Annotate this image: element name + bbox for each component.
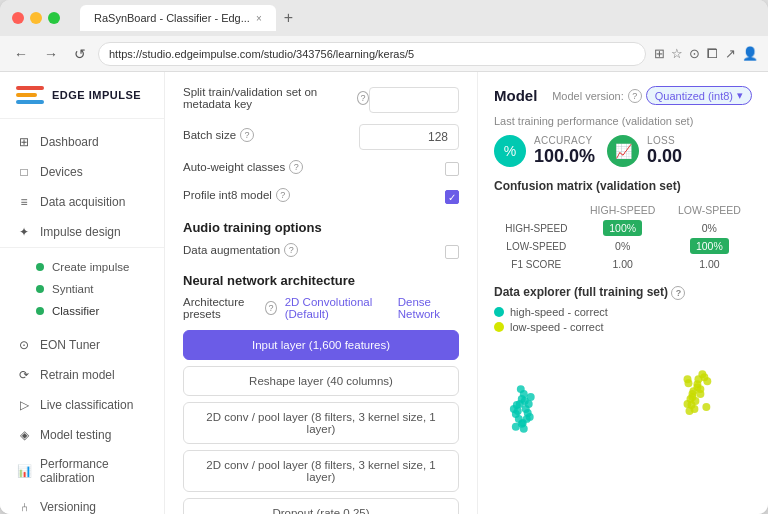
sidebar-item-devices[interactable]: □ Devices [0, 157, 164, 187]
sidebar-item-dashboard[interactable]: ⊞ Dashboard [0, 127, 164, 157]
data-explorer: Data explorer (full training set) ? high… [494, 285, 752, 469]
sidebar-item-data-acquisition[interactable]: ≡ Data acquisition [0, 187, 164, 217]
profile-int8-row: Profile int8 model ? ✓ [183, 188, 459, 206]
download-icon[interactable]: ⊙ [689, 46, 700, 61]
arch-presets-label: Architecture presets ? [183, 296, 277, 320]
loss-icon: 📈 [607, 135, 639, 167]
address-bar[interactable]: https://studio.edgeimpulse.com/studio/34… [98, 42, 646, 66]
conf-low-speed-header: LOW-SPEED [667, 201, 752, 219]
bookmark-icon[interactable]: ☆ [671, 46, 683, 61]
batch-size-input[interactable] [359, 124, 459, 150]
conf-row-low-speed: LOW-SPEED 0% 100% [494, 237, 752, 255]
auto-weight-row: Auto-weight classes ? [183, 160, 459, 178]
browser-toolbar: ← → ↺ https://studio.edgeimpulse.com/stu… [0, 36, 768, 72]
profile-icon[interactable]: 👤 [742, 46, 758, 61]
profile-int8-info-icon[interactable]: ? [276, 188, 290, 202]
sidebar-item-label: Devices [40, 165, 83, 179]
sidebar-item-performance-calibration[interactable]: 📊 Performance calibration [0, 450, 164, 492]
logo-line-3 [16, 100, 44, 104]
de-info-icon[interactable]: ? [671, 286, 685, 300]
svg-point-13 [512, 423, 520, 431]
sidebar-item-label: Model testing [40, 428, 111, 442]
conf-f1-high: 1.00 [579, 255, 667, 273]
svg-point-37 [689, 387, 697, 395]
perf-label: Last training performance (validation se… [494, 115, 752, 127]
dropout-layer-button[interactable]: Dropout (rate 0.25) [183, 498, 459, 514]
maximize-button[interactable] [48, 12, 60, 24]
accuracy-value: 100.0% [534, 146, 595, 167]
refresh-button[interactable]: ↺ [70, 44, 90, 64]
nn-arch-title: Neural network architecture [183, 273, 459, 288]
extensions-icon[interactable]: ⧠ [706, 46, 719, 61]
input-layer-button[interactable]: Input layer (1,600 features) [183, 330, 459, 360]
reader-icon[interactable]: ⊞ [654, 46, 665, 61]
split-row: Split train/validation set on metadata k… [183, 86, 459, 114]
sidebar-item-versioning[interactable]: ⑃ Versioning [0, 492, 164, 514]
accuracy-label: ACCURACY [534, 135, 595, 146]
sidebar-item-label: Live classification [40, 398, 133, 412]
split-input[interactable] [369, 87, 459, 113]
sidebar-sub-classifier[interactable]: Classifier [0, 300, 164, 322]
data-icon: ≡ [16, 194, 32, 210]
batch-info-icon[interactable]: ? [240, 128, 254, 142]
minimize-button[interactable] [30, 12, 42, 24]
conf-high-speed-header: HIGH-SPEED [579, 201, 667, 219]
loss-value: 0.00 [647, 146, 682, 167]
sidebar-sub-create-impulse[interactable]: Create impulse [0, 256, 164, 278]
preset-2d-link[interactable]: 2D Convolutional (Default) [285, 296, 390, 320]
auto-weight-checkbox[interactable] [445, 162, 459, 176]
devices-icon: □ [16, 164, 32, 180]
sub-label: Syntiant [52, 283, 94, 295]
data-aug-info-icon[interactable]: ? [284, 243, 298, 257]
legend-dot-low [494, 322, 504, 332]
sidebar-sub-syntiant[interactable]: Syntiant [0, 278, 164, 300]
auto-weight-info-icon[interactable]: ? [289, 160, 303, 174]
sidebar-item-impulse-design[interactable]: ✦ Impulse design [0, 217, 164, 247]
reshape-layer-button[interactable]: Reshape layer (40 columns) [183, 366, 459, 396]
logo-line-2 [16, 93, 37, 97]
conf-cell-hh: 100% [579, 219, 667, 237]
legend-low-speed: low-speed - correct [494, 321, 752, 333]
conv-layer-2-button[interactable]: 2D conv / pool layer (8 filters, 3 kerne… [183, 450, 459, 492]
sub-label: Create impulse [52, 261, 129, 273]
preset-dense-link[interactable]: Dense Network [398, 296, 459, 320]
share-icon[interactable]: ↗ [725, 46, 736, 61]
conv-layer-1-button[interactable]: 2D conv / pool layer (8 filters, 3 kerne… [183, 402, 459, 444]
sidebar-item-live-classification[interactable]: ▷ Live classification [0, 390, 164, 420]
data-augmentation-checkbox[interactable] [445, 245, 459, 259]
sidebar-item-eon-tuner[interactable]: ⊙ EON Tuner [0, 330, 164, 360]
sidebar-item-label: EON Tuner [40, 338, 100, 352]
dot-classifier [36, 307, 44, 315]
active-tab[interactable]: RaSynBoard - Classifier - Edg... × [80, 5, 276, 31]
batch-label: Batch size ? [183, 128, 254, 142]
confusion-matrix: HIGH-SPEED LOW-SPEED HIGH-SPEED 100% 0% [494, 201, 752, 273]
version-dropdown-icon: ▾ [737, 89, 743, 102]
arch-presets: Architecture presets ? 2D Convolutional … [183, 296, 459, 320]
arch-info-icon[interactable]: ? [265, 301, 276, 315]
version-badge[interactable]: Quantized (int8) ▾ [646, 86, 752, 105]
de-title: Data explorer (full training set) ? [494, 285, 752, 300]
model-title: Model [494, 87, 537, 104]
back-button[interactable]: ← [10, 44, 32, 64]
tab-close[interactable]: × [256, 13, 262, 24]
sidebar-item-label: Performance calibration [40, 457, 148, 485]
tab-bar: RaSynBoard - Classifier - Edg... × + [80, 5, 756, 31]
svg-point-38 [694, 375, 702, 383]
de-legend: high-speed - correct low-speed - correct [494, 306, 752, 333]
split-info-icon[interactable]: ? [357, 91, 369, 105]
dot-syntiant [36, 285, 44, 293]
forward-button[interactable]: → [40, 44, 62, 64]
close-button[interactable] [12, 12, 24, 24]
sidebar-item-model-testing[interactable]: ◈ Model testing [0, 420, 164, 450]
sidebar: EDGE IMPULSE ⊞ Dashboard □ Devices ≡ Dat… [0, 72, 165, 514]
svg-point-16 [524, 409, 532, 417]
conf-row-low-label: LOW-SPEED [494, 237, 579, 255]
app-content: EDGE IMPULSE ⊞ Dashboard □ Devices ≡ Dat… [0, 72, 768, 514]
model-version-info-icon[interactable]: ? [628, 89, 642, 103]
conf-cell-lh: 0% [579, 237, 667, 255]
svg-point-36 [702, 403, 710, 411]
profile-int8-checkbox[interactable]: ✓ [445, 190, 459, 204]
data-augmentation-row: Data augmentation ? [183, 243, 459, 261]
sidebar-item-retrain-model[interactable]: ⟳ Retrain model [0, 360, 164, 390]
new-tab-button[interactable]: + [280, 9, 297, 27]
